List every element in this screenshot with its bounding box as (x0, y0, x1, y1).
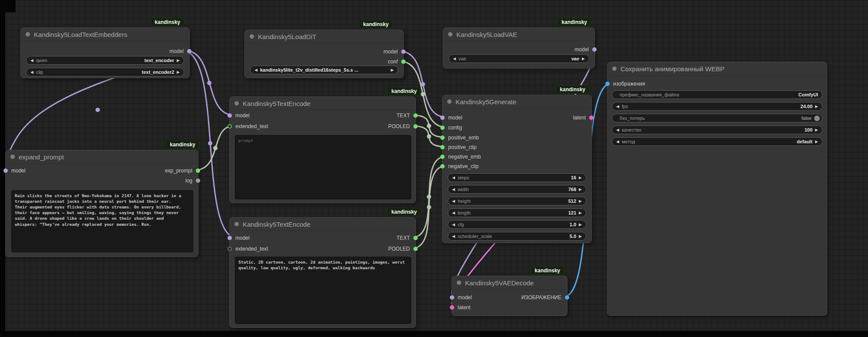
input-slot-config[interactable]: config (440, 125, 462, 131)
stepper-left-arrow-icon[interactable]: ◀ (452, 235, 455, 238)
node-vae-decode[interactable]: kandinsky Kandinsky5VAEDecode model late… (452, 276, 568, 316)
combo-right-arrow-icon[interactable]: ▶ (391, 68, 394, 72)
number-widget-scheduler-scale[interactable]: ◀ scheduler_scale 5.0 ▶ (448, 232, 586, 241)
output-slot-pooled[interactable]: POOLED (388, 123, 418, 129)
output-slot-exp-prompt[interactable]: exp_prompt (165, 168, 200, 174)
slot-dot-extended-text[interactable] (228, 247, 232, 251)
input-slot-model[interactable]: model (228, 112, 250, 119)
slot-dot-model[interactable] (228, 113, 232, 118)
slot-dot-latent[interactable] (450, 305, 454, 310)
node-status-dot[interactable] (250, 34, 254, 39)
output-slot-latent[interactable]: latent (573, 115, 594, 121)
number-widget-quality[interactable]: ◀ качество 100 ▶ (612, 126, 822, 134)
link-midpoint-dot[interactable] (96, 108, 100, 112)
combo-right-arrow-icon[interactable]: ▶ (815, 140, 818, 144)
node-status-dot[interactable] (612, 66, 617, 71)
combo-left-arrow-icon[interactable]: ◀ (616, 140, 619, 144)
node-load-text-embedders[interactable]: kandinsky Kandinsky5LoadTextEmbedders mo… (20, 27, 190, 78)
slot-dot-images[interactable] (605, 82, 610, 86)
output-slot-model[interactable]: model (169, 48, 191, 54)
output-slot-conf[interactable]: conf (388, 59, 406, 65)
combo-left-arrow-icon[interactable]: ◀ (30, 70, 33, 74)
slot-dot-model[interactable] (401, 50, 406, 54)
stepper-left-arrow-icon[interactable]: ◀ (452, 199, 455, 203)
slot-dot-negative-emb[interactable] (440, 155, 445, 159)
toggle-widget-lossless[interactable]: без_потерь false (612, 114, 822, 122)
node-status-dot[interactable] (234, 222, 239, 226)
input-slot-model[interactable]: model (450, 294, 472, 301)
link-midpoint-dot[interactable] (427, 195, 431, 199)
output-slot-text[interactable]: TEXT (396, 112, 418, 119)
node-load-dit[interactable]: kandinsky Kandinsky5LoadDiT model conf ◀… (244, 30, 404, 78)
slot-dot-pooled[interactable] (413, 124, 418, 129)
prompt-textarea[interactable]: Rain slicks the streets of Neo-Yokohama … (11, 190, 193, 252)
number-widget-height[interactable]: ◀ height 512 ▶ (448, 197, 586, 205)
input-slot-positive-clip[interactable]: positive_clip (440, 144, 476, 150)
slot-dot-model[interactable] (228, 236, 232, 240)
toggle-knob-icon[interactable] (814, 116, 820, 121)
output-slot-image[interactable]: ИЗОБРАЖЕНИЕ (521, 294, 569, 301)
node-save-animated-webp[interactable]: Сохранить анимированный WEBP изображения… (607, 62, 827, 316)
link-midpoint-dot[interactable] (207, 81, 211, 85)
text-widget-filename-prefix[interactable]: префикс_названия_файла ComfyUI (612, 90, 822, 99)
input-slot-extended-text[interactable]: extended_text (228, 123, 268, 129)
output-slot-text[interactable]: TEXT (396, 235, 418, 241)
node-status-dot[interactable] (234, 101, 239, 106)
slot-dot-config[interactable] (440, 126, 445, 130)
stepper-left-arrow-icon[interactable]: ◀ (452, 176, 455, 180)
node-text-encode-negative[interactable]: kandinsky Kandinsky5TextEncode model ext… (229, 217, 416, 328)
link-midpoint-dot[interactable] (427, 205, 431, 209)
number-widget-width[interactable]: ◀ width 768 ▶ (448, 185, 586, 194)
output-slot-pooled[interactable]: POOLED (388, 246, 418, 252)
prompt-textarea[interactable]: prompt (235, 135, 411, 199)
slot-dot-pooled[interactable] (413, 247, 418, 251)
link-midpoint-dot[interactable] (208, 141, 212, 145)
stepper-left-arrow-icon[interactable]: ◀ (452, 223, 455, 227)
number-widget-steps[interactable]: ◀ steps 16 ▶ (448, 173, 586, 182)
number-widget-length[interactable]: ◀ length 121 ▶ (448, 208, 586, 217)
node-load-vae[interactable]: kandinsky Kandinsky5LoadVAE model ◀ vae … (443, 27, 595, 69)
number-widget-cfg[interactable]: ◀ cfg 1.0 ▶ (448, 220, 586, 229)
stepper-right-arrow-icon[interactable]: ▶ (579, 223, 582, 227)
slot-dot-image[interactable] (565, 295, 569, 300)
slot-dot-model[interactable] (450, 295, 454, 300)
slot-dot-text[interactable] (413, 113, 418, 118)
node-text-encode-positive[interactable]: kandinsky Kandinsky5TextEncode model ext… (229, 96, 416, 203)
combo-widget-vae[interactable]: ◀ vae vae ▶ (449, 54, 589, 63)
link-midpoint-dot[interactable] (213, 146, 218, 150)
node-status-dot[interactable] (457, 281, 461, 285)
slot-dot-text[interactable] (413, 236, 418, 240)
link-midpoint-dot[interactable] (427, 124, 431, 128)
slot-dot-exp-prompt[interactable] (196, 168, 200, 173)
stepper-left-arrow-icon[interactable]: ◀ (452, 211, 455, 215)
node-status-dot[interactable] (10, 155, 15, 159)
combo-right-arrow-icon[interactable]: ▶ (177, 59, 180, 63)
number-widget-fps[interactable]: ◀ fps 24.00 ▶ (612, 102, 822, 111)
input-slot-images[interactable]: изображения (605, 81, 645, 87)
input-slot-model[interactable]: model (228, 235, 250, 241)
slot-dot-latent[interactable] (589, 116, 594, 120)
combo-widget-model-name[interactable]: ◀ kandinsky5lite_t2v_distilled16steps_5s… (250, 66, 398, 74)
node-expand-prompt[interactable]: kandinsky expand_prompt model exp_prompt… (5, 150, 198, 257)
slot-dot-negative-clip[interactable] (440, 164, 445, 168)
stepper-right-arrow-icon[interactable]: ▶ (579, 176, 582, 180)
stepper-right-arrow-icon[interactable]: ▶ (579, 199, 582, 203)
stepper-right-arrow-icon[interactable]: ▶ (579, 188, 582, 192)
link-midpoint-dot[interactable] (427, 134, 431, 139)
slot-dot-model[interactable] (592, 47, 597, 52)
combo-widget-method[interactable]: ◀ метод default ▶ (612, 137, 822, 146)
input-slot-negative-emb[interactable]: negative_emb (440, 154, 481, 160)
slot-dot-positive-clip[interactable] (440, 145, 445, 149)
stepper-right-arrow-icon[interactable]: ▶ (815, 128, 818, 132)
input-slot-model[interactable]: model (440, 115, 462, 121)
combo-left-arrow-icon[interactable]: ◀ (30, 59, 33, 63)
node-status-dot[interactable] (26, 32, 30, 36)
link-midpoint-dot[interactable] (421, 92, 425, 96)
output-slot-log[interactable]: log (185, 178, 200, 184)
combo-right-arrow-icon[interactable]: ▶ (582, 57, 585, 61)
slot-dot-model[interactable] (187, 49, 191, 53)
combo-right-arrow-icon[interactable]: ▶ (177, 70, 180, 74)
slot-dot-positive-emb[interactable] (440, 135, 445, 140)
input-slot-negative-clip[interactable]: negative_clip (440, 163, 479, 169)
slot-dot-log[interactable] (196, 178, 200, 183)
